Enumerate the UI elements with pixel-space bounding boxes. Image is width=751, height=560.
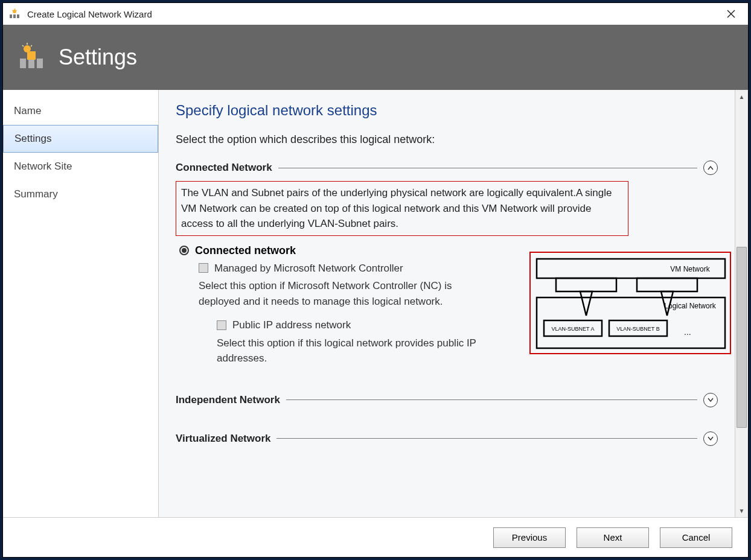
public-ip-description: Select this option if this logical netwo… — [217, 336, 500, 366]
svg-point-10 — [24, 45, 31, 52]
svg-marker-18 — [580, 291, 592, 316]
group-virtualized-title: Virtualized Network — [176, 433, 270, 445]
cancel-button[interactable]: Cancel — [660, 527, 732, 548]
svg-rect-7 — [28, 59, 34, 68]
checkbox-managed-label: Managed by Microsoft Network Controller — [214, 261, 403, 276]
banner: Settings — [3, 25, 748, 90]
close-icon — [727, 10, 735, 18]
page-heading: Specify logical network settings — [176, 102, 718, 119]
sidebar-item-name[interactable]: Name — [3, 97, 158, 125]
window-title: Create Logical Network Wizard — [27, 9, 719, 19]
sidebar-item-settings[interactable]: Settings — [3, 125, 158, 153]
wizard-window: Create Logical Network Wizard Settings N… — [2, 2, 749, 558]
group-virtualized-header[interactable]: Virtualized Network — [176, 431, 718, 446]
banner-icon — [19, 43, 48, 72]
chevron-up-icon[interactable] — [703, 161, 718, 175]
scroll-down-icon[interactable]: ▼ — [735, 504, 748, 517]
diagram-logical-network: Logical Network — [664, 302, 716, 310]
svg-rect-16 — [637, 278, 697, 291]
checkbox-public-ip-label: Public IP address network — [232, 317, 351, 333]
sidebar: Name Settings Network Site Summary — [3, 90, 159, 517]
lead-text: Select the option which describes this l… — [176, 133, 718, 146]
svg-point-3 — [13, 10, 16, 13]
svg-rect-9 — [27, 51, 36, 60]
scrollbar-thumb[interactable] — [737, 247, 747, 428]
scroll-up-icon[interactable]: ▲ — [735, 90, 748, 103]
group-connected-title: Connected Network — [176, 162, 272, 174]
svg-line-12 — [22, 45, 24, 46]
svg-line-13 — [31, 45, 32, 46]
svg-rect-2 — [17, 14, 19, 18]
group-independent-header[interactable]: Independent Network — [176, 393, 718, 407]
close-button[interactable] — [719, 5, 743, 23]
previous-button[interactable]: Previous — [493, 527, 566, 548]
content-wrap: Specify logical network settings Select … — [159, 90, 748, 517]
radio-connected-label: Connected network — [195, 244, 296, 257]
radio-icon — [179, 246, 189, 255]
diagram-vlan-b: VLAN-SUBNET B — [616, 326, 659, 332]
connected-description: The VLAN and Subnet pairs of the underly… — [176, 181, 628, 236]
svg-rect-0 — [10, 14, 12, 18]
content: Specify logical network settings Select … — [159, 90, 735, 517]
group-independent-title: Independent Network — [176, 394, 280, 406]
app-icon — [8, 7, 22, 21]
managed-description: Select this option if Microsoft Network … — [199, 278, 482, 309]
svg-rect-15 — [556, 278, 616, 291]
banner-title: Settings — [59, 45, 137, 70]
chevron-down-icon[interactable] — [703, 393, 718, 407]
vertical-scrollbar[interactable]: ▲ ▼ — [735, 90, 748, 517]
chevron-down-icon[interactable] — [703, 431, 718, 446]
diagram-vlan-a: VLAN-SUBNET A — [552, 326, 595, 332]
svg-rect-1 — [13, 14, 16, 18]
svg-rect-6 — [20, 59, 26, 68]
titlebar: Create Logical Network Wizard — [3, 3, 748, 25]
checkbox-managed-by-nc[interactable] — [199, 263, 208, 273]
body: Name Settings Network Site Summary Speci… — [3, 90, 748, 517]
next-button[interactable]: Next — [577, 527, 649, 548]
checkbox-public-ip[interactable] — [217, 320, 226, 330]
sidebar-item-summary[interactable]: Summary — [3, 180, 158, 208]
sidebar-item-network-site[interactable]: Network Site — [3, 153, 158, 180]
footer: Previous Next Cancel — [3, 517, 748, 557]
group-connected-header[interactable]: Connected Network — [176, 161, 718, 175]
svg-rect-8 — [37, 59, 43, 68]
network-diagram: VM Network Logical Network VLAN-SUBNET A… — [529, 252, 731, 354]
diagram-dots: ... — [684, 327, 691, 337]
diagram-vm-network: VM Network — [670, 265, 710, 273]
